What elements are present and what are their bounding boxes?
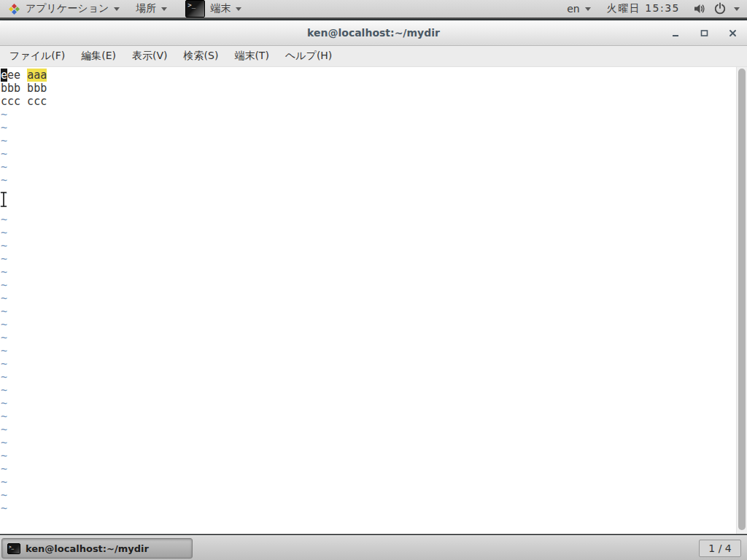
empty-line-marker: ~ — [1, 134, 747, 147]
bottom-taskbar: >_ ken@localhost:~/mydir 1 / 4 — [0, 535, 747, 560]
empty-line-marker: ~ — [1, 108, 747, 121]
empty-line-marker: ~ — [1, 305, 747, 318]
terminal-menubar: ファイル(F) 編集(E) 表示(V) 検索(S) 端末(T) ヘルプ(H) — [0, 46, 747, 67]
empty-line-marker: ~ — [1, 436, 747, 449]
close-button[interactable] — [728, 28, 737, 37]
terminal-text: ee — [7, 69, 27, 82]
panel-status-area: en 火曜日 15:35 — [564, 2, 747, 15]
empty-line-marker: ~ — [1, 331, 747, 344]
empty-line-marker: ~ — [1, 239, 747, 252]
terminal-text: ccc ccc — [1, 95, 47, 108]
titlebar[interactable]: ken@localhost:~/mydir — [0, 20, 747, 46]
empty-line-marker: ~ — [1, 160, 747, 174]
empty-line-marker: ~ — [1, 475, 747, 489]
empty-line-marker: ~ — [1, 344, 747, 357]
vim-statusline: :s/aaa/eee/ 1,1 全て — [1, 519, 734, 532]
workspace-label: 1 / 4 — [708, 542, 731, 554]
empty-line-marker: ~ — [1, 121, 747, 134]
empty-line-marker: ~ — [1, 213, 747, 226]
app-menu-label: 端末 — [210, 2, 231, 15]
empty-line-marker: ~ — [1, 252, 747, 265]
terminal-line: bbb bbb — [1, 82, 747, 95]
terminal-line: eee aaa — [1, 69, 747, 82]
applications-icon — [8, 3, 20, 15]
minimize-icon — [672, 29, 680, 37]
app-menu-terminal[interactable]: >_ 端末 — [175, 0, 249, 18]
terminal-lines: eee aaabbb bbbccc ccc~~~~~~~~~~~~~~~~~~~… — [1, 69, 747, 515]
empty-line-marker: ~ — [1, 174, 747, 187]
empty-line-marker: ~ — [1, 502, 747, 515]
chevron-down-icon — [114, 7, 120, 11]
window-controls — [671, 20, 737, 45]
menu-help[interactable]: ヘルプ(H) — [277, 46, 340, 66]
terminal-content[interactable]: eee aaabbb bbbccc ccc~~~~~~~~~~~~~~~~~~~… — [0, 67, 747, 534]
empty-line-marker: ~ — [1, 318, 747, 331]
places-label: 場所 — [136, 2, 156, 15]
maximize-icon — [700, 29, 708, 37]
menu-file[interactable]: ファイル(F) — [1, 46, 73, 66]
chevron-down-icon — [161, 7, 167, 11]
chevron-down-icon[interactable] — [734, 7, 740, 11]
applications-menu[interactable]: アプリケーション — [0, 0, 128, 18]
empty-line-marker: ~ — [1, 357, 747, 370]
applications-label: アプリケーション — [26, 2, 109, 15]
scrollbar[interactable] — [736, 67, 747, 534]
close-icon — [729, 29, 737, 37]
menu-terminal[interactable]: 端末(T) — [226, 46, 276, 66]
empty-line-marker: ~ — [1, 370, 747, 384]
empty-line-marker: ~ — [1, 292, 747, 305]
chevron-down-icon — [236, 7, 241, 11]
empty-line-marker: ~ — [1, 147, 747, 160]
volume-icon[interactable] — [693, 2, 706, 15]
vim-block-cursor: e — [1, 69, 7, 82]
empty-line-marker: ~ — [1, 200, 747, 213]
empty-line-marker: ~ — [1, 410, 747, 423]
keyboard-layout-label: en — [567, 3, 580, 15]
clock[interactable]: 火曜日 15:35 — [601, 2, 686, 15]
menu-edit[interactable]: 編集(E) — [73, 46, 124, 66]
scrollbar-thumb[interactable] — [738, 69, 746, 530]
empty-line-marker: ~ — [1, 489, 747, 502]
menu-search[interactable]: 検索(S) — [176, 46, 227, 66]
empty-line-marker: ~ — [1, 384, 747, 397]
keyboard-layout-menu[interactable]: en — [564, 3, 594, 15]
empty-line-marker: ~ — [1, 226, 747, 239]
empty-line-marker: ~ — [1, 397, 747, 410]
empty-line-marker: ~ — [1, 462, 747, 475]
chevron-down-icon — [585, 7, 591, 11]
workspace-switcher[interactable]: 1 / 4 — [699, 540, 741, 557]
terminal-window: ken@localhost:~/mydir ファイル(F) 編集(E) 表示(V… — [0, 20, 747, 534]
minimize-button[interactable] — [671, 28, 680, 37]
terminal-icon: >_ — [7, 543, 20, 554]
terminal-text: bbb bbb — [1, 82, 47, 95]
terminal-line: ccc ccc — [1, 95, 747, 108]
empty-line-marker: ~ — [1, 449, 747, 462]
places-menu[interactable]: 場所 — [128, 0, 175, 18]
search-highlight: aaa — [27, 69, 47, 82]
power-icon[interactable] — [713, 2, 727, 15]
empty-line-marker: ~ — [1, 187, 747, 200]
empty-line-marker: ~ — [1, 265, 747, 279]
terminal-icon: >_ — [185, 0, 205, 18]
window-title: ken@localhost:~/mydir — [307, 27, 440, 39]
empty-line-marker: ~ — [1, 423, 747, 436]
empty-line-marker: ~ — [1, 279, 747, 292]
taskbar-window-label: ken@localhost:~/mydir — [26, 543, 149, 554]
taskbar-window-button[interactable]: >_ ken@localhost:~/mydir — [1, 538, 193, 559]
top-panel: アプリケーション 場所 >_ 端末 en 火曜日 15:35 — [0, 0, 747, 19]
menu-view[interactable]: 表示(V) — [124, 46, 176, 66]
vim-command: :s/aaa/eee/ — [1, 532, 73, 534]
maximize-button[interactable] — [700, 28, 708, 37]
